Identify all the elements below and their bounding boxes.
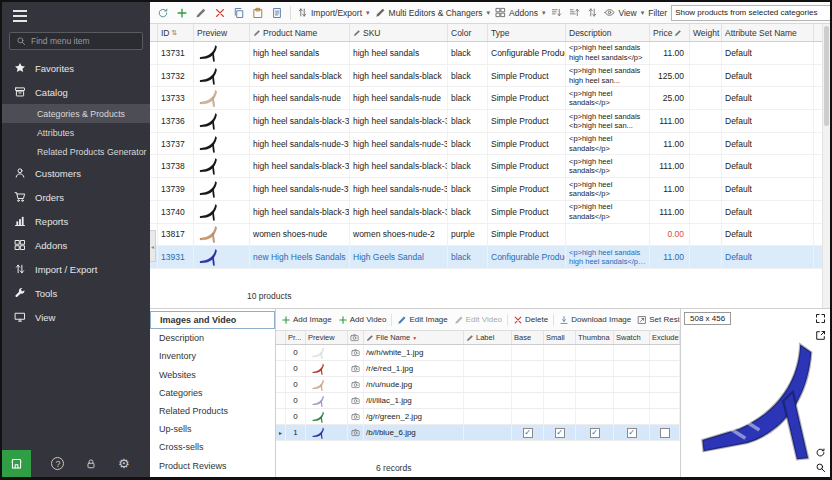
lock-icon[interactable] — [85, 458, 97, 470]
column-header-thumbnail[interactable]: Thumbna — [576, 331, 614, 344]
product-row-13738[interactable]: 13738high heel sandals-black-37high heel… — [150, 155, 822, 178]
refresh-button[interactable] — [155, 6, 171, 20]
column-header-base[interactable]: Base — [512, 331, 544, 344]
zoom-icon[interactable] — [815, 462, 826, 473]
checkbox-exclude[interactable] — [660, 428, 670, 438]
product-row-13736[interactable]: 13736high heel sandals-black-36high heel… — [150, 110, 822, 133]
column-header-preview[interactable]: Preview — [194, 24, 250, 41]
expander-column[interactable] — [276, 331, 286, 344]
column-header-camera[interactable] — [348, 331, 364, 344]
swap-button[interactable] — [585, 6, 600, 19]
store-button[interactable] — [2, 450, 31, 477]
column-header-type[interactable]: Type — [488, 24, 566, 41]
add-button[interactable] — [174, 6, 190, 20]
edit-button[interactable] — [193, 6, 209, 20]
product-row-13731[interactable]: 13731high heel sandalshigh heel sandalsb… — [150, 42, 822, 65]
sidebar-search-input[interactable]: Find menu item — [9, 32, 143, 50]
set-resize-rule-button[interactable]: Set Resize Rule — [636, 314, 680, 326]
add-video-button[interactable]: Add Video — [337, 314, 388, 326]
product-row-13739[interactable]: 13739high heel sandals-nude-37high heel … — [150, 178, 822, 201]
tab-description[interactable]: Description — [150, 329, 275, 347]
copy-button[interactable] — [231, 6, 247, 20]
image-row-white-1-jpg[interactable]: 0/w/h/white_1.jpg — [276, 345, 680, 361]
column-header-product-name[interactable]: Product Name — [250, 24, 350, 41]
column-header-preview[interactable]: Preview — [306, 331, 348, 344]
product-row-13740[interactable]: 13740high heel sandals-black-38high heel… — [150, 201, 822, 224]
import-export-menu[interactable]: Import/Export▾ — [296, 6, 371, 19]
sidebar-item-tools[interactable]: Tools — [2, 281, 150, 305]
product-row-13817[interactable]: 13817women shoes-nudewomen shoes-nude-2p… — [150, 224, 822, 247]
column-header-sku[interactable]: SKU — [350, 24, 448, 41]
tab-product-reviews[interactable]: Product Reviews — [150, 457, 275, 475]
download-image-button[interactable]: Download Image — [558, 314, 632, 326]
scrollbar-thumb[interactable] — [824, 26, 829, 126]
tab-cross-sells[interactable]: Cross-sells — [150, 438, 275, 456]
column-header-attribute-set-name[interactable]: Attribute Set Name — [722, 24, 814, 41]
image-row-lilac-1-jpg[interactable]: 0/l/i/lilac_1.jpg — [276, 393, 680, 409]
sidebar-item-view[interactable]: View — [2, 305, 150, 329]
delete-button[interactable] — [212, 6, 228, 20]
checkbox-swatch[interactable]: ✓ — [627, 428, 637, 438]
external-link-icon[interactable] — [815, 330, 826, 341]
column-header-weight[interactable]: Weight — [690, 24, 722, 41]
tab-up-sells[interactable]: Up-sells — [150, 420, 275, 438]
sidebar-item-import-export[interactable]: Import / Export — [2, 257, 150, 281]
menu-toggle-button[interactable] — [2, 2, 150, 28]
sort-desc-button[interactable] — [567, 6, 582, 19]
column-header-swatch[interactable]: Swatch — [614, 331, 650, 344]
column-header-description[interactable]: Description — [566, 24, 650, 41]
tab-categories[interactable]: Categories — [150, 384, 275, 402]
sidebar-item-addons[interactable]: Addons — [2, 233, 150, 257]
column-header-color[interactable]: Color — [448, 24, 488, 41]
image-row-green-2-jpg[interactable]: 0/g/r/green_2.jpg — [276, 409, 680, 425]
addons-menu[interactable]: Addons▾ — [494, 6, 546, 19]
sidebar-item-related-products-generator[interactable]: Related Products Generator — [2, 142, 150, 161]
checkbox-thumbna[interactable]: ✓ — [590, 428, 600, 438]
sidebar-item-favorites[interactable]: Favorites — [2, 56, 150, 80]
product-row-13732[interactable]: 13732high heel sandals-blackhigh heel sa… — [150, 65, 822, 88]
paste-button[interactable] — [250, 6, 266, 20]
sidebar-item-categories-products[interactable]: Categories & Products — [2, 104, 150, 123]
sidebar-item-reports[interactable]: Reports — [2, 209, 150, 233]
add-image-button[interactable]: Add Image — [280, 314, 333, 326]
filter-label: Filter — [648, 8, 667, 18]
row-marker — [150, 133, 158, 155]
column-header-label[interactable]: Label — [464, 331, 512, 344]
image-row-blue-6-jpg[interactable]: ▸1/b/l/blue_6.jpg✓✓✓✓ — [276, 425, 680, 441]
tab-images-and-video[interactable]: Images and Video — [150, 311, 275, 329]
grid-vertical-scrollbar[interactable] — [822, 24, 830, 308]
edit-image-button[interactable]: Edit Image — [396, 314, 448, 326]
column-header-exclude[interactable]: Exclude — [650, 331, 680, 344]
checkbox-small[interactable]: ✓ — [555, 428, 565, 438]
checkbox-base[interactable]: ✓ — [523, 428, 533, 438]
sidebar-item-catalog[interactable]: Catalog — [2, 80, 150, 104]
sidebar-item-customers[interactable]: Customers — [2, 161, 150, 185]
category-filter-select[interactable]: Show products from selected categories▾ — [671, 5, 830, 21]
sidebar-item-orders[interactable]: Orders — [2, 185, 150, 209]
column-header-id[interactable]: ID⇅ — [158, 24, 194, 41]
edit-video-button[interactable]: Edit Video — [453, 314, 503, 326]
product-row-13737[interactable]: 13737high heel sandals-nude-36high heel … — [150, 133, 822, 156]
tab-related-products[interactable]: Related Products — [150, 402, 275, 420]
sort-asc-button[interactable] — [549, 6, 564, 19]
help-icon[interactable]: ? — [51, 457, 64, 470]
multi-editors-changers-menu[interactable]: Multi Editors & Changers▾ — [374, 6, 492, 19]
column-header-small[interactable]: Small — [544, 331, 576, 344]
view-menu[interactable]: View▾ — [603, 6, 645, 19]
image-row-nude-jpg[interactable]: 0/n/u/nude.jpg — [276, 377, 680, 393]
column-header-position[interactable]: Pr... — [286, 331, 306, 344]
tab-inventory[interactable]: Inventory — [150, 347, 275, 365]
product-row-13733[interactable]: 13733high heel sandals-nudehigh heel san… — [150, 87, 822, 110]
delete-button[interactable]: Delete — [512, 314, 549, 326]
tab-websites[interactable]: Websites — [150, 366, 275, 384]
gear-icon[interactable]: ⚙ — [118, 457, 130, 470]
fullscreen-icon[interactable] — [815, 313, 826, 324]
image-row-red-1-jpg[interactable]: 0/r/e/red_1.jpg — [276, 361, 680, 377]
sidebar-item-attributes[interactable]: Attributes — [2, 123, 150, 142]
product-row-13931[interactable]: ▸13931new High Heels SandalsHigh Geels S… — [150, 246, 822, 269]
grid-collapse-handle[interactable]: ◂ — [150, 230, 156, 262]
column-header-price[interactable]: Price — [650, 24, 690, 41]
column-header-file-name[interactable]: File Name▼ — [364, 331, 464, 344]
rotate-icon[interactable] — [815, 447, 826, 458]
duplicate-button[interactable] — [269, 6, 285, 20]
